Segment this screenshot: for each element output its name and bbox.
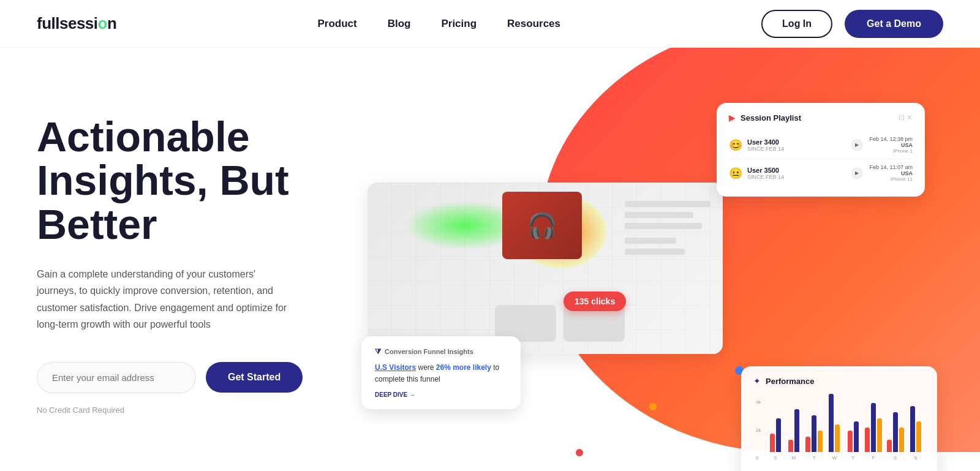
login-button[interactable]: Log In	[761, 10, 832, 38]
funnel-title-text: Conversion Funnel Insights	[385, 348, 473, 355]
play-icon: ▶	[729, 113, 736, 122]
funnel-card-title: ⧩ Conversion Funnel Insights	[375, 347, 507, 356]
user-name-1: User 3400	[747, 138, 784, 146]
scatter-dot-orange	[649, 403, 657, 410]
session-play-btn-2[interactable]: ▶	[851, 167, 863, 179]
no-credit-card-label: No Credit Card Required	[37, 405, 355, 415]
session-user-left-1: 😊 User 3400 SINCE FEB 14	[729, 138, 784, 152]
session-card-header: ▶ Session Playlist ⊡ ✕	[729, 113, 913, 122]
session-device-2: iPhone 11	[869, 176, 913, 182]
chart-y-axis: 4k 2k 0	[756, 399, 761, 461]
session-date-1: Feb 14, 12:38 pm	[869, 136, 913, 142]
bar-label-f: F	[872, 455, 875, 461]
bar-group-m: M	[787, 409, 801, 461]
bar-label-s2: S	[894, 455, 897, 461]
content-placeholders	[625, 201, 710, 260]
funnel-link[interactable]: U.S Visitors	[375, 363, 416, 372]
performance-card-header: ✦ Performance	[753, 376, 925, 386]
heatmap-inner: 🎧 135 clicks	[368, 183, 723, 354]
session-card-title: Session Playlist	[741, 113, 801, 122]
conversion-funnel-card: ⧩ Conversion Funnel Insights U.S Visitor…	[361, 336, 521, 409]
hero-section: Actionable Insights, But Better Gain a c…	[0, 48, 980, 471]
bar-label-s1: S	[774, 455, 777, 461]
nav-link-blog[interactable]: Blog	[388, 18, 411, 30]
bar-label-s3: S	[914, 455, 917, 461]
user-emoji-2: 😐	[729, 167, 742, 180]
hero-right: ▶ Session Playlist ⊡ ✕ 😊 User 3400 SINCE…	[355, 85, 943, 471]
nav-link-pricing[interactable]: Pricing	[441, 18, 477, 30]
user-since-2: SINCE FEB 14	[747, 174, 784, 180]
get-started-button[interactable]: Get Started	[206, 362, 303, 393]
session-device-1: iPhone 1	[869, 148, 913, 154]
bar-group-w: W	[827, 394, 841, 461]
session-meta-2: Feb 14, 11:07 am USA iPhone 11	[869, 164, 913, 182]
get-demo-button[interactable]: Get a Demo	[845, 10, 943, 38]
funnel-highlight: 26% more likely	[436, 363, 491, 372]
session-user-row-2[interactable]: 😐 User 3500 SINCE FEB 14 ▶ Feb 14, 11:07…	[729, 159, 913, 187]
hero-title-line1: Actionable	[37, 113, 250, 160]
bar-group-f: F	[865, 403, 882, 461]
nav-link-resources[interactable]: Resources	[507, 18, 560, 30]
bar-group-t1: T	[805, 415, 823, 461]
bar-group-s2: S	[887, 412, 904, 461]
funnel-deepdive-link[interactable]: DEEP DIVE →	[375, 391, 507, 398]
brand-logo[interactable]: fullsession	[37, 14, 116, 33]
bar-label-m: M	[792, 455, 796, 461]
scatter-dot-red	[576, 449, 583, 456]
bar-group-t2: T	[846, 421, 859, 461]
session-country-1: USA	[869, 142, 913, 148]
session-playlist-card: ▶ Session Playlist ⊡ ✕ 😊 User 3400 SINCE…	[717, 103, 925, 197]
performance-card-title: Performance	[766, 377, 814, 386]
y-label-2k: 2k	[756, 428, 761, 433]
logo-dot: o	[98, 14, 107, 32]
session-date-2: Feb 14, 11:07 am	[869, 164, 913, 170]
clicks-badge: 135 clicks	[564, 292, 626, 311]
y-label-4k: 4k	[756, 399, 761, 405]
hero-description: Gain a complete understanding of your cu…	[37, 266, 294, 333]
session-user-right-1: ▶ Feb 14, 12:38 pm USA iPhone 1	[851, 136, 913, 154]
session-meta-1: Feb 14, 12:38 pm USA iPhone 1	[869, 136, 913, 154]
bar-label-w: W	[832, 455, 837, 461]
nav-link-product[interactable]: Product	[317, 18, 356, 30]
product-image: 🎧	[502, 192, 582, 259]
user-name-2: User 3500	[747, 167, 784, 174]
session-country-2: USA	[869, 170, 913, 176]
bar-label-t1: T	[813, 455, 816, 461]
session-play-btn-1[interactable]: ▶	[851, 139, 863, 151]
session-user-right-2: ▶ Feb 14, 11:07 am USA iPhone 11	[851, 164, 913, 182]
session-user-left-2: 😐 User 3500 SINCE FEB 14	[729, 167, 784, 180]
nav-actions: Log In Get a Demo	[761, 10, 943, 38]
hero-title-line2: Insights, But Better	[37, 157, 289, 247]
heatmap-card: 🎧 135 clicks	[368, 183, 723, 354]
performance-card: ✦ Performance 4k 2k 0 S M	[741, 366, 937, 471]
navbar: fullsession Product Blog Pricing Resourc…	[0, 0, 980, 48]
session-user-row-1[interactable]: 😊 User 3400 SINCE FEB 14 ▶ Feb 14, 12:38…	[729, 131, 913, 159]
hero-title: Actionable Insights, But Better	[37, 115, 355, 246]
nav-links: Product Blog Pricing Resources	[317, 18, 560, 30]
bar-label-t2: T	[851, 455, 854, 461]
y-label-0: 0	[756, 455, 761, 461]
email-cta-row: Get Started	[37, 362, 355, 393]
bar-group-s1: S	[768, 418, 782, 461]
funnel-icon: ⧩	[375, 347, 381, 356]
session-card-controls: ⊡ ✕	[899, 113, 913, 122]
performance-icon: ✦	[753, 376, 761, 386]
hero-left: Actionable Insights, But Better Gain a c…	[37, 85, 355, 415]
bar-group-s3: S	[909, 406, 922, 461]
funnel-body-text: U.S Visitors were 26% more likely to com…	[375, 362, 507, 385]
performance-chart: 4k 2k 0 S M T W	[753, 393, 925, 461]
email-input[interactable]	[37, 362, 196, 393]
user-since-1: SINCE FEB 14	[747, 146, 784, 152]
user-emoji-1: 😊	[729, 138, 742, 152]
